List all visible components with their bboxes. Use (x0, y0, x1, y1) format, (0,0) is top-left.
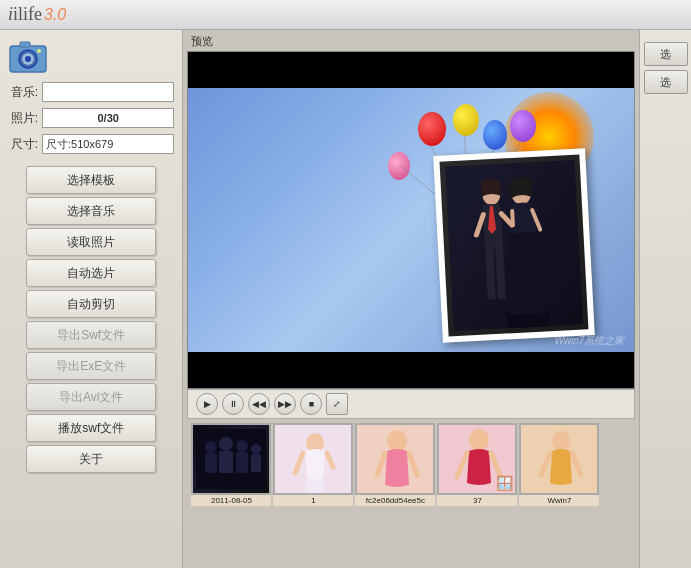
pause-button[interactable]: ⏸ (222, 393, 244, 415)
svg-rect-23 (205, 453, 217, 473)
center-panel: 预览 (183, 30, 639, 568)
svg-rect-29 (251, 454, 261, 472)
select-music-button[interactable]: 选择音乐 (26, 197, 156, 225)
photos-input[interactable] (42, 108, 174, 128)
watermark: Wwin7系统之家 (554, 334, 624, 348)
svg-point-28 (251, 444, 261, 454)
music-input[interactable] (42, 82, 174, 102)
photo-inner (440, 154, 589, 336)
thumb-label-1: 2011-08-05 (191, 495, 271, 506)
thumbnail-5[interactable]: Wwin7 (519, 423, 599, 506)
thumb-img-3 (355, 423, 435, 495)
thumbnail-2[interactable]: 1 (273, 423, 353, 506)
forward-button[interactable]: ▶▶ (274, 393, 296, 415)
svg-point-5 (37, 49, 41, 53)
thumb-label-4: 37 (437, 495, 517, 506)
music-label: 音乐: (8, 84, 38, 101)
thumb-img-5 (519, 423, 599, 495)
thumbnail-4[interactable]: 🪟 37 (437, 423, 517, 506)
svg-point-3 (25, 56, 31, 62)
rewind-button[interactable]: ◀◀ (248, 393, 270, 415)
thumb-img-4: 🪟 (437, 423, 517, 495)
preview-bar-top (188, 52, 634, 88)
main-container: 音乐: 照片: 尺寸: 选择模板 选择音乐 读取照片 自动选片 自动剪切 导出S… (0, 30, 691, 568)
photos-row: 照片: (8, 108, 174, 128)
right-button-1[interactable]: 选 (644, 42, 688, 66)
preview-label: 预览 (187, 34, 635, 49)
photos-label: 照片: (8, 110, 38, 127)
svg-point-24 (219, 437, 233, 451)
auto-cut-button[interactable]: 自动剪切 (26, 290, 156, 318)
svg-point-37 (552, 431, 570, 451)
svg-point-35 (469, 429, 489, 451)
svg-rect-4 (20, 42, 30, 47)
preview-bar-bottom (188, 352, 634, 388)
fullscreen-button[interactable]: ⤢ (326, 393, 348, 415)
preview-area: Wwin7系统之家 (187, 51, 635, 389)
size-input[interactable] (42, 134, 174, 154)
svg-line-20 (513, 211, 514, 225)
couple-svg (445, 160, 583, 332)
version-text: 3.0 (44, 6, 66, 24)
music-row: 音乐: (8, 82, 174, 102)
right-button-2[interactable]: 选 (644, 70, 688, 94)
svg-rect-25 (219, 451, 233, 473)
thumbnail-strip: 2011-08-05 1 (187, 419, 635, 519)
play-button[interactable]: ▶ (196, 393, 218, 415)
thumb-label-2: 1 (273, 495, 353, 506)
export-avi-button[interactable]: 导出Avi文件 (26, 383, 156, 411)
thumbnail-1[interactable]: 2011-08-05 (191, 423, 271, 506)
auto-select-button[interactable]: 自动选片 (26, 259, 156, 287)
read-photos-button[interactable]: 读取照片 (26, 228, 156, 256)
thumb-img-2 (273, 423, 353, 495)
thumbnail-3[interactable]: fc2e06dd54ee5c (355, 423, 435, 506)
size-row: 尺寸: (8, 134, 174, 154)
thumb-label-3: fc2e06dd54ee5c (355, 495, 435, 506)
button-group: 选择模板 选择音乐 读取照片 自动选片 自动剪切 导出Swf文件 导出ExE文件… (8, 166, 174, 473)
svg-point-22 (205, 441, 217, 453)
svg-point-26 (236, 440, 248, 452)
size-label: 尺寸: (8, 136, 38, 153)
export-exe-button[interactable]: 导出ExE文件 (26, 352, 156, 380)
svg-point-33 (387, 430, 407, 452)
right-panel: 选 选 (639, 30, 691, 568)
svg-rect-27 (236, 452, 248, 473)
left-panel: 音乐: 照片: 尺寸: 选择模板 选择音乐 读取照片 自动选片 自动剪切 导出S… (0, 30, 183, 568)
about-button[interactable]: 关于 (26, 445, 156, 473)
thumb-label-5: Wwin7 (519, 495, 599, 506)
export-swf-button[interactable]: 导出Swf文件 (26, 321, 156, 349)
stop-button[interactable]: ■ (300, 393, 322, 415)
thumb-img-1 (191, 423, 271, 495)
controls-bar: ▶ ⏸ ◀◀ ▶▶ ■ ⤢ (187, 389, 635, 419)
app-name-text: ilife (13, 4, 42, 24)
play-swf-button[interactable]: 播放swf文件 (26, 414, 156, 442)
title-bar: iilife 3.0 (0, 0, 691, 30)
app-logo: iilife (8, 4, 42, 25)
camera-icon (8, 38, 48, 74)
photo-card (434, 148, 596, 343)
select-template-button[interactable]: 选择模板 (26, 166, 156, 194)
